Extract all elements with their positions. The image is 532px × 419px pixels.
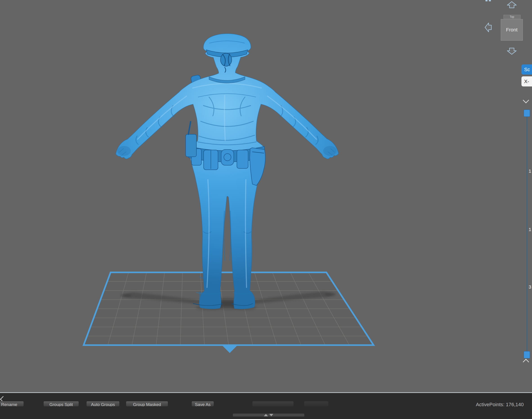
radio-antenna <box>188 122 191 134</box>
slider-tick-label: 3 <box>529 284 531 290</box>
right-slider-track[interactable] <box>526 114 528 352</box>
right-slider-handle-bottom[interactable] <box>524 351 530 358</box>
nav-left-arrow-icon[interactable] <box>485 23 492 32</box>
active-points-readout: ActivePoints: 176,140 <box>476 402 524 407</box>
rename-button[interactable]: Rename <box>0 401 24 407</box>
auto-groups-button[interactable]: Auto Groups <box>86 401 120 407</box>
toolbar-button-faint[interactable] <box>304 401 328 407</box>
sculpting-app-window: { "colors": { "viewport_bg": "#656565", … <box>0 0 532 419</box>
slider-tick-label: 1 <box>529 227 531 232</box>
scale-button[interactable]: Sc <box>521 65 532 75</box>
partial-nav-icon <box>485 0 488 1</box>
group-masked-button[interactable]: Group Masked <box>126 401 168 407</box>
xray-button[interactable]: X- <box>521 76 532 86</box>
slider-tick-label: 1 <box>529 168 531 174</box>
toolbar-button-faint[interactable] <box>252 401 294 407</box>
groups-split-button[interactable]: Groups Split <box>43 401 79 407</box>
viewcube-face-front[interactable]: Front <box>501 19 523 41</box>
scroll-up-icon[interactable] <box>264 414 268 416</box>
nav-down-arrow-icon[interactable] <box>507 48 517 55</box>
police-officer-model[interactable] <box>116 34 339 309</box>
scroll-down-icon[interactable] <box>269 414 273 416</box>
right-slider-handle-top[interactable] <box>524 110 530 117</box>
viewcube-face-top[interactable]: Top <box>504 15 520 19</box>
model-viewport[interactable] <box>0 0 532 419</box>
belt-radio <box>186 134 196 157</box>
grid-front-marker <box>222 346 237 353</box>
floor-grid <box>84 272 374 353</box>
partial-nav-icon <box>489 0 491 1</box>
holster <box>250 148 265 185</box>
bottom-resize-handle[interactable] <box>233 414 304 417</box>
save-as-button[interactable]: Save As <box>191 401 214 407</box>
nav-up-arrow-icon[interactable] <box>507 1 517 8</box>
